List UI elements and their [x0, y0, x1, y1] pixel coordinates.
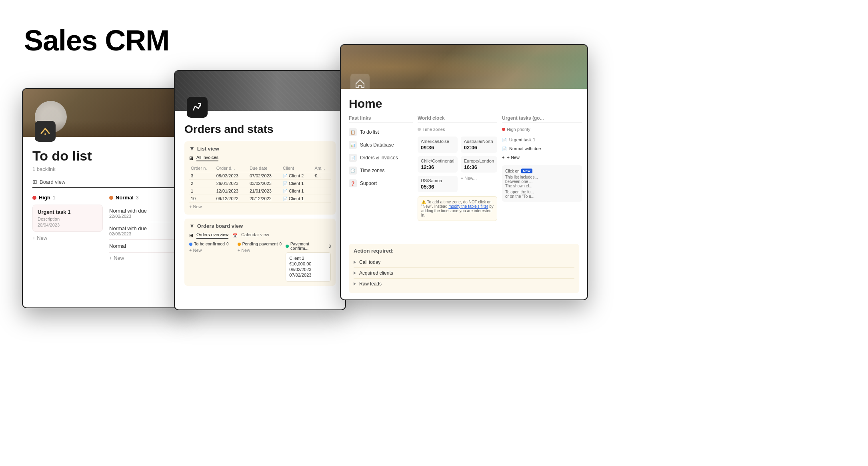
invoice-table: Order n. Order d... Due date Client Am..…: [189, 165, 331, 203]
fast-link-support[interactable]: ❓ Support: [349, 178, 413, 189]
urgent-tasks-col: Urgent tasks (go... High priority - 📄 Ur…: [502, 115, 582, 239]
orders-body: Orders and stats ▼ List view ⊞ All invoi…: [175, 111, 345, 309]
task-date: 20/04/2023: [38, 223, 98, 227]
board-col-high: High 1 Urgent task 1 Description 20/04/2…: [32, 195, 103, 261]
normal-label: Normal: [116, 195, 134, 201]
to-be-confirmed-header: To be confirmed 0: [189, 242, 234, 246]
high-dot: [32, 196, 36, 200]
col-header-high: High 1: [32, 195, 103, 201]
orders-board-tabs: ⊞ Orders overview 📅 Calendar view: [189, 232, 331, 239]
fast-link-orders[interactable]: 📄 Orders & invoices: [349, 153, 413, 163]
action-call-today[interactable]: Call today: [354, 257, 574, 268]
to-be-confirmed-col: To be confirmed 0 + New: [189, 242, 234, 282]
clock-chile: Chile/Continental 12:36: [418, 156, 458, 173]
invoice-row-3[interactable]: 3 08/02/2023 07/02/2023 📄 Client 2 €...: [189, 172, 331, 180]
orders-overview-tab[interactable]: Orders overview: [196, 232, 228, 239]
th-order-date: Order d...: [215, 165, 248, 172]
clock-note: ⚠️ To add a time zone, do NOT click on "…: [418, 196, 497, 221]
normal-count: 3: [136, 195, 139, 201]
home-title: Home: [349, 97, 579, 110]
high-priority-filter: High priority -: [502, 127, 582, 132]
payment-dot: [286, 245, 289, 248]
th-client: Client: [281, 165, 313, 172]
arrow-icon: [354, 261, 356, 264]
add-new-high[interactable]: + New: [32, 235, 103, 241]
add-timezone[interactable]: + New...: [461, 176, 497, 192]
timezone-filter[interactable]: Time zones -: [418, 127, 497, 132]
invoice-table-header-row: Order n. Order d... Due date Client Am..…: [189, 165, 331, 172]
todo-view-label[interactable]: ⊞ Board view: [32, 179, 180, 188]
home-header-image: [341, 45, 587, 89]
invoice-row-1[interactable]: 1 12/01/2023 21/01/2023 📄 Client 1: [189, 187, 331, 195]
th-due-date: Due date: [248, 165, 281, 172]
click-info-box: Click on New This list includes... betwe…: [502, 165, 582, 202]
home-window: Home Fast links 📋 To do list 📊 Sales Dat…: [340, 44, 588, 300]
to-be-confirmed-dot: [189, 243, 192, 246]
fast-links-title: Fast links: [349, 115, 413, 123]
th-order: Order n.: [189, 165, 215, 172]
orders-logo: [187, 97, 208, 118]
high-count: 1: [53, 195, 56, 201]
invoice-row-2[interactable]: 2 26/01/2023 03/02/2023 📄 Client 1: [189, 180, 331, 187]
add-new-normal[interactable]: + New: [109, 255, 180, 261]
normal-item-3: Normal: [109, 240, 180, 253]
task-name: Urgent task 1: [38, 209, 98, 215]
support-icon: ❓: [349, 179, 357, 187]
arrow-icon-3: [354, 282, 356, 285]
urgent-add-new[interactable]: + + New: [502, 154, 582, 161]
action-raw-leads[interactable]: Raw leads: [354, 279, 574, 289]
todo-title: To do list: [32, 148, 180, 164]
action-acquired-clients[interactable]: Acquired clients: [354, 268, 574, 279]
invoice-add-new[interactable]: + New: [189, 203, 331, 211]
modify-filter-link[interactable]: modify the table's filter: [448, 204, 488, 209]
todo-list-window: To do list 1 backlink ⊞ Board view High …: [22, 88, 190, 308]
orders-icon: 📄: [349, 154, 357, 162]
fast-link-timezones[interactable]: 🕐 Time zones: [349, 165, 413, 176]
urgent-tasks-title: Urgent tasks (go...: [502, 115, 582, 123]
todo-icon: 📋: [349, 128, 357, 136]
list-view-section: ▼ List view ⊞ All invoices Order n. Orde…: [184, 141, 336, 215]
orders-title: Orders and stats: [184, 123, 336, 136]
task-desc: Description: [38, 217, 98, 221]
clock-samoa: US/Samoa 05:36: [418, 176, 458, 192]
normal-item-1: Normal with due 22/02/2023: [109, 205, 180, 222]
fast-link-todo[interactable]: 📋 To do list: [349, 127, 413, 137]
fast-link-sales-db[interactable]: 📊 Sales Database: [349, 140, 413, 150]
action-required-title: Action required:: [354, 248, 574, 254]
world-clock-col: World clock Time zones - America/Boise 0…: [418, 115, 497, 239]
orders-window: Orders and stats ▼ List view ⊞ All invoi…: [174, 70, 346, 310]
orders-board-section: ▼ Orders board view ⊞ Orders overview 📅 …: [184, 219, 336, 286]
list-view-tabs: ⊞ All invoices: [189, 155, 331, 161]
clock-london: Europe/London 16:36: [461, 156, 497, 173]
orders-board-columns: To be confirmed 0 + New Pending pavement…: [189, 242, 331, 282]
add-pending[interactable]: + New: [238, 248, 283, 253]
pending-pavement-header: Pending pavement 0: [238, 242, 283, 246]
home-logo: [350, 74, 370, 93]
normal-item-2: Normal with due 02/06/2023: [109, 222, 180, 240]
pending-dot: [238, 243, 241, 246]
todo-body: To do list 1 backlink ⊞ Board view High …: [23, 137, 189, 267]
payment-confirmed-col: Pavement confirm... 3 Client 2 €10,000.0…: [286, 242, 331, 282]
all-invoices-tab[interactable]: All invoices: [196, 155, 218, 161]
clock-boise: America/Boise 09:36: [418, 137, 458, 153]
add-to-confirmed[interactable]: + New: [189, 248, 234, 253]
normal-dot: [109, 196, 113, 200]
urgent-task-1: 📄 Urgent task 1: [502, 137, 582, 143]
task-card-urgent: Urgent task 1 Description 20/04/2023: [32, 205, 103, 232]
list-view-header: ▼ List view: [189, 145, 331, 152]
urgent-task-2: 📄 Normal with due: [502, 145, 582, 152]
home-body: Home Fast links 📋 To do list 📊 Sales Dat…: [341, 89, 587, 299]
sales-db-icon: 📊: [349, 141, 357, 149]
board-columns: High 1 Urgent task 1 Description 20/04/2…: [32, 195, 180, 261]
col-header-normal: Normal 3: [109, 195, 180, 201]
home-grid: Fast links 📋 To do list 📊 Sales Database…: [349, 115, 579, 239]
clock-grid: America/Boise 09:36 Australia/North 02:0…: [418, 137, 497, 192]
order-card: Client 2 €10,000.00 08/02/2023 07/02/202…: [286, 252, 331, 282]
clock-australia: Australia/North 02:06: [461, 137, 497, 153]
calendar-view-tab[interactable]: Calendar view: [241, 232, 269, 239]
fast-links-col: Fast links 📋 To do list 📊 Sales Database…: [349, 115, 413, 239]
invoice-row-10[interactable]: 10 09/12/2022 20/12/2022 📄 Client 1: [189, 195, 331, 203]
timezone-icon: 🕐: [349, 167, 357, 175]
high-label: High: [39, 195, 50, 201]
svg-point-0: [44, 133, 46, 135]
